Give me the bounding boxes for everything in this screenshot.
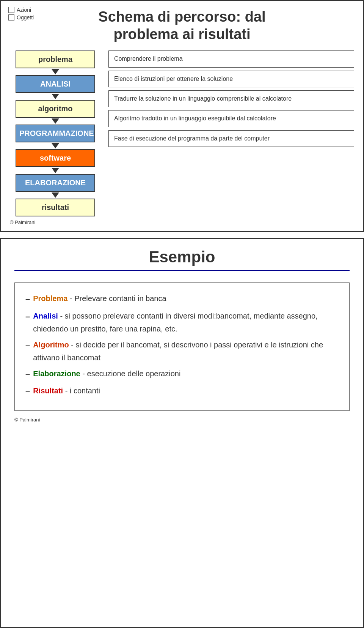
esempio-item-3: – Elaborazione - esecuzione delle operaz… (25, 367, 339, 381)
palmirani-2: © Palmirani (14, 417, 350, 423)
azioni-icon-item: Azioni (8, 7, 34, 13)
flow-elaborazione: ELABORAZIONE (16, 174, 95, 192)
keyword-risultati: Risultati (33, 387, 63, 395)
item-2-rest: - si decide per il bancomat, si descrivo… (33, 341, 323, 362)
item-2-text: Algoritmo - si decide per il bancomat, s… (33, 338, 339, 364)
azioni-label: Azioni (17, 7, 31, 13)
arrow-4 (52, 143, 59, 148)
keyword-algoritmo: Algoritmo (33, 341, 69, 349)
keyword-problema: Problema (33, 294, 67, 303)
flow-analisi: ANALISI (16, 75, 95, 93)
keyword-analisi: Analisi (33, 312, 58, 320)
flow-problema: problema (16, 50, 95, 68)
arrow-1 (52, 69, 59, 74)
item-1-text: Analisi - si possono prelevare contanti … (33, 309, 339, 335)
esempio-item-2: – Algoritmo - si decide per il bancomat,… (25, 338, 339, 364)
item-0-rest: - Prelevare contanti in banca (70, 294, 166, 303)
esempio-content: – Problema - Prelevare contanti in banca… (14, 282, 350, 411)
dash-1: – (25, 309, 30, 323)
flow-risultati: risultati (16, 199, 95, 216)
arrow-2 (52, 94, 59, 99)
slide-2: Esempio – Problema - Prelevare contanti … (0, 238, 364, 628)
desc-1: Comprendere il problema (108, 50, 354, 67)
desc-3: Tradurre la soluzione in un linguaggio c… (108, 90, 354, 107)
item-1-rest: - si possono prelevare contanti in diver… (33, 312, 317, 333)
slide-1: Azioni Oggetti Schema di percorso: dal p… (0, 0, 364, 232)
arrow-6 (52, 193, 59, 198)
azioni-icon (8, 7, 14, 13)
desc-5: Fase di esecuzione del programma da part… (108, 130, 354, 147)
oggetti-icon (8, 14, 14, 21)
flowchart: problema ANALISI algoritmo PROGRAMMAZION… (10, 50, 101, 216)
dash-4: – (25, 384, 30, 398)
keyword-elaborazione: Elaborazione (33, 369, 80, 378)
esempio-item-4: – Risultati - i contanti (25, 384, 339, 398)
desc-2: Elenco di istruzioni per ottenere la sol… (108, 71, 354, 87)
title-line1: Schema di percorso: dal (98, 9, 265, 25)
desc-4: Algoritmo tradotto in un linguaggio eseg… (108, 110, 354, 127)
item-4-rest: - i contanti (65, 387, 100, 395)
dash-3: – (25, 367, 30, 381)
top-icons: Azioni Oggetti (8, 7, 34, 21)
title-line2: problema ai risultati (113, 26, 250, 42)
oggetti-icon-item: Oggetti (8, 14, 34, 21)
item-4-text: Risultati - i contanti (33, 384, 100, 397)
slide-1-content: problema ANALISI algoritmo PROGRAMMAZION… (10, 50, 354, 216)
item-0-text: Problema - Prelevare contanti in banca (33, 292, 166, 305)
arrow-5 (52, 168, 59, 173)
descriptions: Comprendere il problema Elenco di istruz… (108, 50, 354, 147)
esempio-title: Esempio (14, 248, 350, 266)
flow-software: software (16, 149, 95, 167)
esempio-item-1: – Analisi - si possono prelevare contant… (25, 309, 339, 335)
esempio-item-0: – Problema - Prelevare contanti in banca (25, 292, 339, 306)
flow-algoritmo: algoritmo (16, 100, 95, 118)
dash-2: – (25, 338, 30, 352)
arrow-3 (52, 118, 59, 124)
palmirani-1: © Palmirani (10, 219, 354, 225)
slide-1-title: Schema di percorso: dal problema ai risu… (10, 8, 354, 43)
oggetti-label: Oggetti (17, 14, 34, 21)
esempio-divider (14, 270, 350, 271)
item-3-text: Elaborazione - esecuzione delle operazio… (33, 367, 180, 380)
dash-0: – (25, 292, 30, 306)
flow-programmazione: PROGRAMMAZIONE (16, 125, 95, 142)
item-3-rest: - esecuzione delle operazioni (82, 369, 180, 378)
